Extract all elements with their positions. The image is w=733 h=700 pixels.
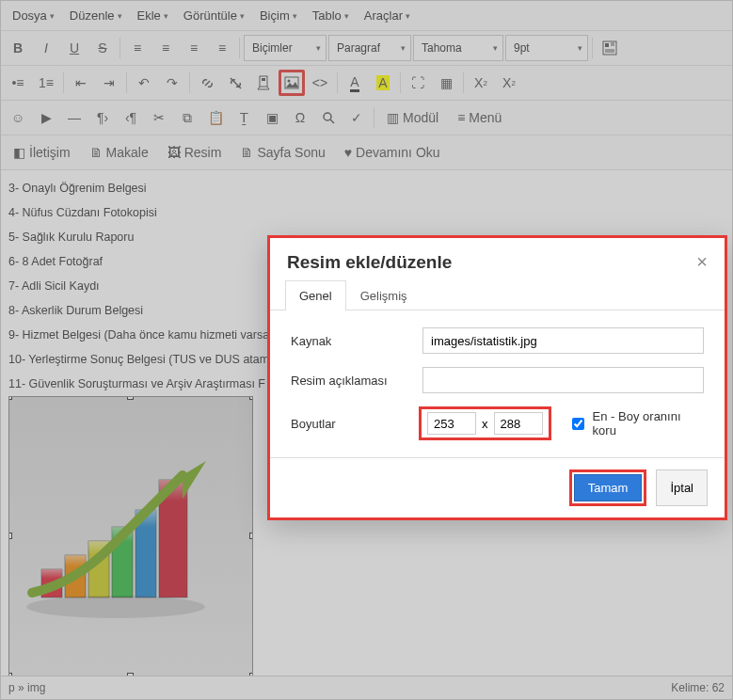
svg-point-9 (288, 80, 291, 83)
constrain-checkbox[interactable] (572, 418, 584, 430)
menu-insert[interactable]: Ekle▾ (132, 5, 174, 26)
menubar: Dosya▾ Düzenle▾ Ekle▾ Görüntüle▾ Biçim▾ … (1, 1, 732, 31)
spellcheck-button[interactable]: ✓ (343, 104, 370, 131)
ok-button[interactable]: Tamam (574, 474, 643, 501)
pagebreak-button[interactable]: 🗎 Sayfa Sonu (231, 139, 333, 166)
redo-button[interactable]: ↷ (159, 70, 185, 96)
undo-button[interactable]: ↶ (131, 70, 157, 96)
rtl-button[interactable]: ‹¶ (118, 104, 144, 131)
resize-handle[interactable] (8, 533, 12, 539)
alt-input[interactable] (422, 367, 704, 393)
fontsize-select[interactable]: 9pt (505, 35, 588, 61)
resize-handle[interactable] (127, 396, 134, 400)
svg-point-10 (324, 113, 331, 120)
styles-select[interactable]: Biçimler (244, 35, 327, 61)
label-source: Kaynak (291, 334, 413, 348)
menu-format[interactable]: Biçim▾ (254, 5, 303, 26)
bold-button[interactable]: B (5, 35, 31, 61)
align-justify-button[interactable]: ≡ (209, 35, 235, 61)
toolbar-row-3: ☺ ▶ — ¶› ‹¶ ✂ ⧉ 📋 Ṯ ▣ Ω ✓ ▥ Modül ≡ Menü (1, 101, 732, 135)
height-input[interactable] (494, 412, 543, 435)
readmore-button[interactable]: ♥ Devamını Oku (336, 139, 449, 166)
search-button[interactable] (315, 104, 342, 131)
table-button[interactable]: ▦ (433, 70, 459, 96)
anchor-button[interactable] (250, 70, 277, 96)
indent-button[interactable]: ⇥ (96, 70, 122, 96)
link-button[interactable] (194, 70, 220, 96)
resize-handle[interactable] (249, 396, 253, 400)
template-button[interactable] (597, 35, 623, 61)
menu-view[interactable]: Görüntüle▾ (178, 5, 250, 26)
emoticon-button[interactable]: ☺ (5, 104, 31, 131)
align-center-button[interactable]: ≡ (152, 35, 179, 61)
article-button[interactable]: 🗎 Makale (81, 139, 157, 166)
selected-image[interactable] (8, 396, 253, 676)
outdent-button[interactable]: ⇤ (68, 70, 94, 96)
specialchar-button[interactable]: Ω (287, 104, 313, 131)
statusbar: p » img Kelime: 62 (1, 676, 732, 699)
hr-button[interactable]: — (61, 104, 88, 131)
svg-rect-7 (262, 78, 265, 81)
source-code-button[interactable]: <> (307, 70, 333, 96)
contact-button[interactable]: ◧ İletişim (5, 139, 79, 166)
media-button[interactable]: ▶ (33, 104, 59, 131)
svg-rect-6 (260, 76, 267, 87)
ok-highlight: Tamam (569, 469, 647, 506)
align-right-button[interactable]: ≡ (181, 35, 207, 61)
cut-button[interactable]: ✂ (146, 104, 172, 131)
resize-handle[interactable] (127, 673, 134, 676)
unlink-button[interactable] (222, 70, 248, 96)
font-select[interactable]: Tahoma (413, 35, 503, 61)
backcolor-button[interactable]: A (370, 70, 396, 96)
ltr-button[interactable]: ¶› (89, 104, 116, 131)
italic-button[interactable]: I (33, 35, 59, 61)
menu-button[interactable]: ≡ Menü (449, 104, 510, 131)
content-line[interactable]: 3- Onaylı Öğrenim Belgesi (8, 176, 725, 200)
align-left-button[interactable]: ≡ (124, 35, 151, 61)
anchor-icon (257, 75, 270, 90)
dimensions-group: x (419, 406, 551, 440)
svg-rect-18 (41, 569, 62, 579)
underline-button[interactable]: U (61, 35, 88, 61)
module-button[interactable]: ▥ Modül (378, 104, 447, 131)
image-manager-button[interactable]: 🖼 Resim (159, 139, 231, 166)
block-select[interactable]: Paragraf (328, 35, 411, 61)
label-dimensions: Boyutlar (291, 417, 409, 431)
subscript-button[interactable]: X2 (468, 70, 494, 96)
constrain-label: En - Boy oranını koru (593, 409, 704, 438)
close-icon[interactable]: × (696, 251, 708, 273)
resize-handle[interactable] (249, 533, 253, 539)
copy-button[interactable]: ⧉ (174, 104, 200, 131)
fullscreen-button[interactable]: ⛶ (405, 70, 431, 96)
source-input[interactable] (422, 327, 704, 354)
menu-edit[interactable]: Düzenle▾ (64, 5, 128, 26)
tab-advanced[interactable]: Gelişmiş (346, 280, 422, 310)
insert-image-button[interactable] (279, 70, 305, 96)
tab-general[interactable]: Genel (285, 280, 346, 310)
superscript-button[interactable]: X2 (496, 70, 522, 96)
show-blocks-button[interactable]: ▣ (259, 104, 285, 131)
toolbar-row-2: •≡ 1≡ ⇤ ⇥ ↶ ↷ <> A A ⛶ ▦ (1, 66, 732, 101)
resize-handle[interactable] (8, 396, 12, 400)
svg-line-11 (330, 119, 334, 123)
menu-file[interactable]: Dosya▾ (7, 5, 60, 26)
paste-text-button[interactable]: Ṯ (231, 104, 257, 131)
menu-tools[interactable]: Araçlar▾ (359, 5, 416, 26)
width-input[interactable] (427, 412, 476, 435)
strike-button[interactable]: S (89, 35, 116, 61)
word-count: Kelime: 62 (671, 681, 725, 694)
numbered-list-button[interactable]: 1≡ (33, 70, 59, 96)
paste-button[interactable]: 📋 (202, 104, 229, 131)
cancel-button[interactable]: İptal (656, 469, 708, 506)
image-icon (284, 76, 299, 89)
constrain-checkbox-row[interactable]: En - Boy oranını koru (568, 409, 704, 438)
resize-handle[interactable] (249, 673, 253, 676)
forecolor-button[interactable]: A (342, 70, 368, 96)
element-path[interactable]: p » img (8, 681, 45, 694)
resize-handle[interactable] (8, 673, 12, 676)
menu-table[interactable]: Tablo▾ (307, 5, 355, 26)
dim-separator: x (482, 417, 488, 431)
bullet-list-button[interactable]: •≡ (5, 70, 31, 96)
search-icon (322, 111, 335, 124)
content-line[interactable]: 4- Nüfus Cüzdanı Fotokopisi (8, 200, 725, 225)
